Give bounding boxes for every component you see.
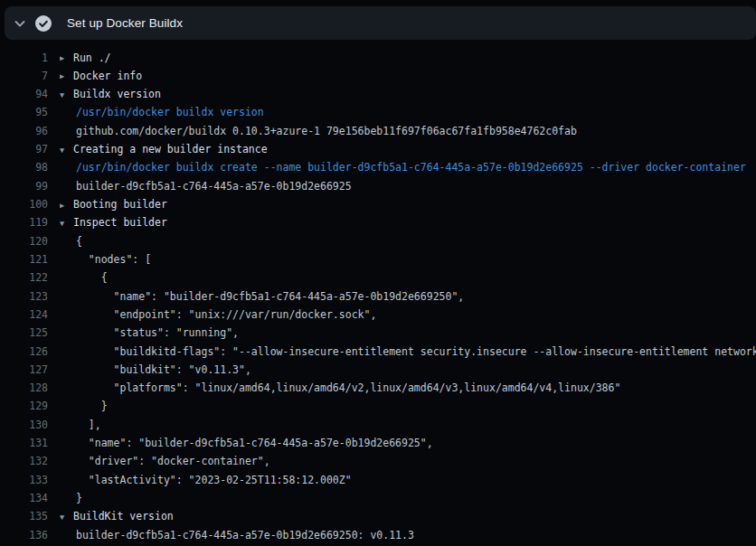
log-line: 124 "endpoint": "unix:///var/run/docker.… xyxy=(0,306,756,324)
line-number[interactable]: 121 xyxy=(0,250,48,268)
log-line[interactable]: 97▼Creating a new builder instance xyxy=(0,140,756,158)
caret-down-icon[interactable]: ▼ xyxy=(60,86,73,104)
line-number[interactable]: 131 xyxy=(0,434,48,452)
caret-right-icon[interactable]: ▶ xyxy=(60,67,73,85)
chevron-down-icon-svg xyxy=(13,16,27,31)
caret-down-icon[interactable]: ▼ xyxy=(60,141,73,159)
output-text: builder-d9cfb5a1-c764-445a-a57e-0b19d2e6… xyxy=(76,529,414,541)
output-text: { xyxy=(76,235,82,248)
line-number[interactable]: 97 xyxy=(0,140,48,158)
output-text: "name": "builder-d9cfb5a1-c764-445a-a57e… xyxy=(76,290,464,303)
log-text: builder-d9cfb5a1-c764-445a-a57e-0b19d2e6… xyxy=(60,526,756,544)
log-line: 130 ], xyxy=(0,416,756,434)
group-title: Docker info xyxy=(73,70,142,82)
line-number[interactable]: 128 xyxy=(0,379,48,397)
log-line: 126 "buildkitd-flags": "--allow-insecure… xyxy=(0,343,756,361)
log-line: 131 "name": "builder-d9cfb5a1-c764-445a-… xyxy=(0,434,756,452)
log-line: 98/usr/bin/docker buildx create --name b… xyxy=(0,158,756,176)
log-line: 95/usr/bin/docker buildx version xyxy=(0,103,756,121)
log-line: 136builder-d9cfb5a1-c764-445a-a57e-0b19d… xyxy=(0,526,756,544)
line-number[interactable]: 123 xyxy=(0,287,48,306)
log-line: 99builder-d9cfb5a1-c764-445a-a57e-0b19d2… xyxy=(0,177,756,195)
line-number[interactable]: 95 xyxy=(0,103,48,121)
group-title: BuildKit version xyxy=(73,510,174,522)
log-line: 96github.com/docker/buildx 0.10.3+azure-… xyxy=(0,122,756,140)
line-number[interactable]: 132 xyxy=(0,452,48,470)
line-number[interactable]: 126 xyxy=(0,343,48,361)
log-line: 120{ xyxy=(0,232,756,250)
line-number[interactable]: 98 xyxy=(0,158,48,176)
line-number[interactable]: 96 xyxy=(0,122,48,140)
log-text: "driver": "docker-container", xyxy=(60,452,756,470)
output-text: ], xyxy=(76,419,101,431)
log-group-toggle[interactable]: ▶Booting builder xyxy=(60,195,756,213)
line-number[interactable]: 122 xyxy=(0,268,48,287)
output-text: } xyxy=(76,492,82,504)
line-number[interactable]: 129 xyxy=(0,397,48,415)
log-line[interactable]: 1▶Run ./ xyxy=(0,49,756,67)
line-number[interactable]: 133 xyxy=(0,471,48,489)
caret-right-icon[interactable]: ▶ xyxy=(60,49,73,67)
log-text: "buildkit": "v0.11.3", xyxy=(60,361,756,379)
log-text: /usr/bin/docker buildx create --name bui… xyxy=(60,158,756,176)
log-line: 121 "nodes": [ xyxy=(0,250,756,268)
caret-right-icon[interactable]: ▶ xyxy=(60,196,73,214)
output-text: { xyxy=(76,271,108,284)
log-group-toggle[interactable]: ▼Inspect builder xyxy=(60,213,756,231)
output-text: "nodes": [ xyxy=(76,253,151,266)
log-line: 123 "name": "builder-d9cfb5a1-c764-445a-… xyxy=(0,287,756,306)
line-number[interactable]: 125 xyxy=(0,324,48,342)
line-number[interactable]: 100 xyxy=(0,195,48,213)
line-number[interactable]: 127 xyxy=(0,361,48,379)
command-text: /usr/bin/docker buildx version xyxy=(76,106,264,118)
log-line: 125 "status": "running", xyxy=(0,324,756,342)
log-text: { xyxy=(60,268,756,287)
log-line: 132 "driver": "docker-container", xyxy=(0,452,756,470)
caret-down-icon[interactable]: ▼ xyxy=(60,214,73,232)
line-number[interactable]: 120 xyxy=(0,232,48,250)
group-title: Buildx version xyxy=(73,88,161,100)
line-number[interactable]: 99 xyxy=(0,177,48,195)
output-text: builder-d9cfb5a1-c764-445a-a57e-0b19d2e6… xyxy=(76,180,352,193)
log-group-toggle[interactable]: ▼BuildKit version xyxy=(60,507,756,525)
output-text: github.com/docker/buildx 0.10.3+azure-1 … xyxy=(76,125,577,137)
group-title: Booting builder xyxy=(73,198,167,211)
output-text: "endpoint": "unix:///var/run/docker.sock… xyxy=(76,308,376,321)
log-group-toggle[interactable]: ▶Docker info xyxy=(60,67,756,85)
log-text: } xyxy=(60,397,756,415)
output-text: "buildkitd-flags": "--allow-insecure-ent… xyxy=(76,345,756,358)
log-group-toggle[interactable]: ▼Creating a new builder instance xyxy=(60,140,756,158)
line-number[interactable]: 94 xyxy=(0,85,48,103)
line-number[interactable]: 134 xyxy=(0,489,48,507)
line-number[interactable]: 136 xyxy=(0,526,48,544)
log-line: 128 "platforms": "linux/amd64,linux/amd6… xyxy=(0,379,756,397)
line-number[interactable]: 135 xyxy=(0,507,48,525)
log-text: "endpoint": "unix:///var/run/docker.sock… xyxy=(60,306,756,324)
log-text: ], xyxy=(60,416,756,434)
log-line[interactable]: 135▼BuildKit version xyxy=(0,507,756,525)
step-title: Set up Docker Buildx xyxy=(67,16,183,30)
log-text: "name": "builder-d9cfb5a1-c764-445a-a57e… xyxy=(60,434,756,452)
log-group-toggle[interactable]: ▼Buildx version xyxy=(60,85,756,103)
log-line[interactable]: 100▶Booting builder xyxy=(0,195,756,213)
output-text: "name": "builder-d9cfb5a1-c764-445a-a57e… xyxy=(76,437,433,449)
log-line: 134} xyxy=(0,489,756,507)
line-number[interactable]: 1 xyxy=(0,49,48,67)
line-number[interactable]: 7 xyxy=(0,67,48,85)
log-line: 122 { xyxy=(0,268,756,287)
chevron-down-icon[interactable] xyxy=(5,16,35,31)
log-text: "lastActivity": "2023-02-25T11:58:12.000… xyxy=(60,471,756,489)
log-line[interactable]: 7▶Docker info xyxy=(0,67,756,85)
log-line[interactable]: 119▼Inspect builder xyxy=(0,213,756,231)
log-line[interactable]: 94▼Buildx version xyxy=(0,85,756,103)
log-text: /usr/bin/docker buildx version xyxy=(60,103,756,121)
line-number[interactable]: 124 xyxy=(0,306,48,324)
log-text: "buildkitd-flags": "--allow-insecure-ent… xyxy=(60,343,756,361)
line-number[interactable]: 119 xyxy=(0,213,48,231)
caret-down-icon[interactable]: ▼ xyxy=(60,508,73,526)
log-group-toggle[interactable]: ▶Run ./ xyxy=(60,49,756,67)
line-number[interactable]: 130 xyxy=(0,416,48,434)
log-line: 133 "lastActivity": "2023-02-25T11:58:12… xyxy=(0,471,756,489)
step-header[interactable]: Set up Docker Buildx xyxy=(5,6,756,40)
log-text: "platforms": "linux/amd64,linux/amd64/v2… xyxy=(60,379,756,397)
